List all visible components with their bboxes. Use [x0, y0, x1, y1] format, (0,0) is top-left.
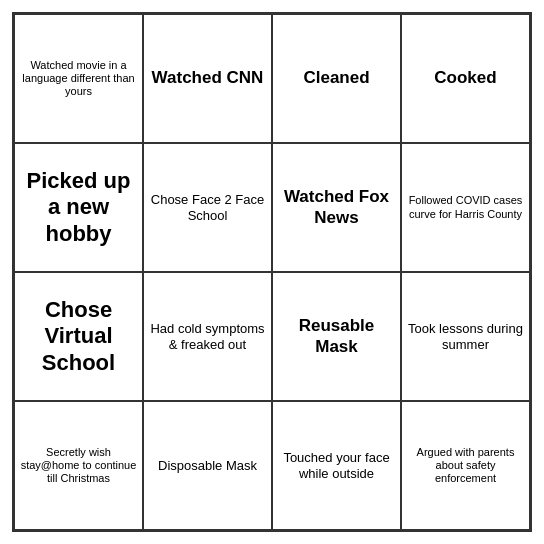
bingo-cell-r0c3: Cooked: [401, 14, 530, 143]
bingo-cell-r1c1: Chose Face 2 Face School: [143, 143, 272, 272]
cell-text-r2c2: Reusable Mask: [277, 316, 396, 357]
cell-text-r3c1: Disposable Mask: [158, 458, 257, 474]
cell-text-r0c2: Cleaned: [303, 68, 369, 88]
bingo-cell-r3c2: Touched your face while outside: [272, 401, 401, 530]
bingo-cell-r0c2: Cleaned: [272, 14, 401, 143]
bingo-board: Watched movie in a language different th…: [12, 12, 532, 532]
cell-text-r0c0: Watched movie in a language different th…: [19, 59, 138, 99]
bingo-cell-r1c0: Picked up a new hobby: [14, 143, 143, 272]
cell-text-r1c1: Chose Face 2 Face School: [148, 192, 267, 223]
cell-text-r0c1: Watched CNN: [152, 68, 264, 88]
bingo-cell-r1c3: Followed COVID cases curve for Harris Co…: [401, 143, 530, 272]
bingo-cell-r2c0: Chose Virtual School: [14, 272, 143, 401]
cell-text-r2c1: Had cold symptoms & freaked out: [148, 321, 267, 352]
bingo-cell-r1c2: Watched Fox News: [272, 143, 401, 272]
cell-text-r2c0: Chose Virtual School: [19, 297, 138, 376]
cell-text-r0c3: Cooked: [434, 68, 496, 88]
bingo-cell-r3c1: Disposable Mask: [143, 401, 272, 530]
bingo-cell-r2c2: Reusable Mask: [272, 272, 401, 401]
bingo-cell-r2c1: Had cold symptoms & freaked out: [143, 272, 272, 401]
bingo-cell-r0c1: Watched CNN: [143, 14, 272, 143]
bingo-cell-r3c3: Argued with parents about safety enforce…: [401, 401, 530, 530]
bingo-cell-r3c0: Secretly wish stay@home to continue till…: [14, 401, 143, 530]
cell-text-r1c3: Followed COVID cases curve for Harris Co…: [406, 194, 525, 220]
bingo-cell-r2c3: Took lessons during summer: [401, 272, 530, 401]
cell-text-r1c2: Watched Fox News: [277, 187, 396, 228]
cell-text-r2c3: Took lessons during summer: [406, 321, 525, 352]
cell-text-r1c0: Picked up a new hobby: [19, 168, 138, 247]
cell-text-r3c0: Secretly wish stay@home to continue till…: [19, 446, 138, 486]
bingo-cell-r0c0: Watched movie in a language different th…: [14, 14, 143, 143]
cell-text-r3c3: Argued with parents about safety enforce…: [406, 446, 525, 486]
cell-text-r3c2: Touched your face while outside: [277, 450, 396, 481]
